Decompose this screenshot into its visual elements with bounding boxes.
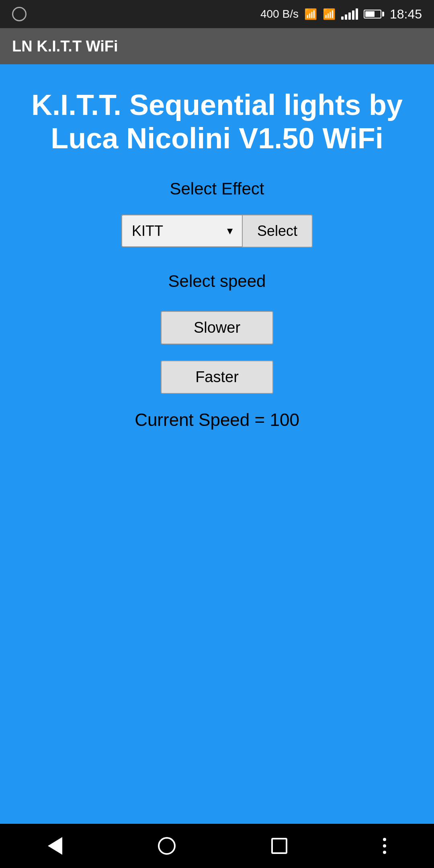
effect-select-wrapper[interactable]: KITT Blink Chase Rainbow [121, 215, 242, 247]
select-speed-label: Select speed [168, 272, 266, 291]
status-indicator [12, 7, 27, 21]
select-effect-label: Select Effect [170, 179, 264, 199]
select-effect-button[interactable]: Select [242, 215, 313, 248]
back-button[interactable] [41, 831, 69, 861]
app-title-bar: LN K.I.T.T WiFi [0, 28, 434, 64]
app-title: LN K.I.T.T WiFi [12, 38, 118, 55]
app-heading: K.I.T.T. Sequential lights by Luca Nicol… [16, 88, 418, 155]
network-speed: 400 B/s [260, 8, 299, 20]
home-button[interactable] [151, 831, 182, 861]
wifi-icon: 📶 [323, 8, 336, 20]
faster-button[interactable]: Faster [161, 360, 273, 394]
current-speed-display: Current Speed = 100 [135, 410, 299, 430]
effect-selector-row: KITT Blink Chase Rainbow Select [121, 215, 313, 248]
back-icon [48, 837, 62, 855]
time-display: 18:45 [390, 7, 422, 22]
battery-icon [364, 10, 384, 18]
main-content: K.I.T.T. Sequential lights by Luca Nicol… [0, 64, 434, 824]
sim-icon: 📶 [304, 8, 317, 20]
status-bar: 400 B/s 📶 📶 18:45 [0, 0, 434, 28]
home-icon [158, 837, 176, 855]
slower-button[interactable]: Slower [161, 311, 273, 344]
recents-button[interactable] [265, 831, 294, 860]
status-right-group: 400 B/s 📶 📶 18:45 [260, 7, 422, 22]
effect-dropdown[interactable]: KITT Blink Chase Rainbow [121, 215, 242, 247]
more-dots-icon [383, 838, 386, 854]
recents-icon [271, 838, 287, 854]
loading-icon [12, 7, 27, 21]
more-button[interactable] [377, 831, 393, 860]
signal-bars-icon [341, 8, 358, 20]
navigation-bar [0, 824, 434, 868]
